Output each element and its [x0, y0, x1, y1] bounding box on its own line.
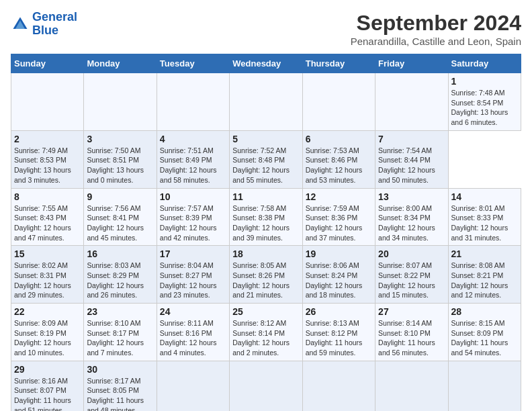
cell-details: Sunrise: 7:49 AMSunset: 8:53 PMDaylight:… — [14, 146, 71, 184]
day-number: 17 — [160, 248, 226, 259]
day-number: 9 — [87, 191, 153, 202]
calendar-cell: 10 Sunrise: 7:57 AMSunset: 8:39 PMDaylig… — [157, 188, 229, 246]
calendar-cell: 8 Sunrise: 7:55 AMSunset: 8:43 PMDayligh… — [11, 188, 84, 246]
logo-line2: Blue — [32, 24, 58, 37]
day-number: 24 — [160, 306, 226, 317]
calendar-cell: 17 Sunrise: 8:04 AMSunset: 8:27 PMDaylig… — [157, 246, 229, 304]
cell-details: Sunrise: 7:51 AMSunset: 8:49 PMDaylight:… — [160, 146, 217, 184]
calendar-cell: 22 Sunrise: 8:09 AMSunset: 8:19 PMDaylig… — [11, 304, 84, 361]
calendar-week-row: 2 Sunrise: 7:49 AMSunset: 8:53 PMDayligh… — [11, 130, 521, 188]
cell-details: Sunrise: 8:14 AMSunset: 8:10 PMDaylight:… — [378, 319, 435, 357]
cell-details: Sunrise: 8:08 AMSunset: 8:21 PMDaylight:… — [451, 261, 508, 299]
calendar-cell: 16 Sunrise: 8:03 AMSunset: 8:29 PMDaylig… — [84, 246, 157, 304]
calendar-cell: 12 Sunrise: 7:59 AMSunset: 8:36 PMDaylig… — [302, 188, 375, 246]
page-header: General Blue September 2024 Penarandilla… — [11, 11, 521, 47]
calendar-cell — [157, 361, 229, 411]
cell-details: Sunrise: 8:03 AMSunset: 8:29 PMDaylight:… — [87, 261, 144, 299]
day-number: 5 — [232, 134, 299, 144]
calendar-cell: 9 Sunrise: 7:56 AMSunset: 8:41 PMDayligh… — [84, 188, 157, 246]
header-monday: Monday — [84, 54, 157, 73]
cell-details: Sunrise: 8:05 AMSunset: 8:26 PMDaylight:… — [232, 261, 290, 299]
day-number: 30 — [87, 364, 153, 375]
day-number: 28 — [451, 306, 518, 317]
calendar-cell: 20 Sunrise: 8:07 AMSunset: 8:22 PMDaylig… — [375, 246, 448, 304]
calendar-cell: 21 Sunrise: 8:08 AMSunset: 8:21 PMDaylig… — [448, 246, 521, 304]
calendar-cell: 3 Sunrise: 7:50 AMSunset: 8:51 PMDayligh… — [84, 130, 157, 188]
calendar-week-row: 22 Sunrise: 8:09 AMSunset: 8:19 PMDaylig… — [11, 304, 521, 361]
calendar-cell: 11 Sunrise: 7:58 AMSunset: 8:38 PMDaylig… — [230, 188, 302, 246]
cell-details: Sunrise: 7:54 AMSunset: 8:44 PMDaylight:… — [378, 146, 435, 184]
calendar-cell: 23 Sunrise: 8:10 AMSunset: 8:17 PMDaylig… — [84, 304, 157, 361]
header-wednesday: Wednesday — [230, 54, 302, 73]
day-number: 19 — [306, 248, 372, 259]
calendar-cell: 15 Sunrise: 8:02 AMSunset: 8:31 PMDaylig… — [11, 246, 84, 304]
day-number: 11 — [232, 191, 299, 202]
day-number: 1 — [451, 76, 518, 87]
day-number: 25 — [232, 306, 299, 317]
cell-details: Sunrise: 8:12 AMSunset: 8:14 PMDaylight:… — [232, 319, 290, 357]
logo-icon — [11, 15, 30, 34]
day-number: 8 — [14, 191, 81, 202]
main-title: September 2024 — [351, 11, 521, 36]
header-saturday: Saturday — [448, 54, 521, 73]
cell-details: Sunrise: 8:07 AMSunset: 8:22 PMDaylight:… — [378, 261, 435, 299]
title-area: September 2024 Penarandilla, Castille an… — [351, 11, 521, 47]
day-number: 6 — [306, 134, 372, 144]
day-number: 10 — [160, 191, 226, 202]
day-number: 18 — [232, 248, 299, 259]
cell-details: Sunrise: 7:52 AMSunset: 8:48 PMDaylight:… — [232, 146, 290, 184]
cell-details: Sunrise: 7:53 AMSunset: 8:46 PMDaylight:… — [306, 146, 363, 184]
logo: General Blue — [11, 11, 77, 38]
day-number: 2 — [14, 134, 81, 144]
cell-details: Sunrise: 8:04 AMSunset: 8:27 PMDaylight:… — [160, 261, 217, 299]
cell-details: Sunrise: 7:57 AMSunset: 8:39 PMDaylight:… — [160, 204, 217, 242]
calendar-cell — [448, 361, 521, 411]
calendar-week-row: 8 Sunrise: 7:55 AMSunset: 8:43 PMDayligh… — [11, 188, 521, 246]
header-tuesday: Tuesday — [157, 54, 229, 73]
cell-details: Sunrise: 8:17 AMSunset: 8:05 PMDaylight:… — [87, 377, 144, 411]
cell-details: Sunrise: 8:06 AMSunset: 8:24 PMDaylight:… — [306, 261, 363, 299]
calendar-week-row: 15 Sunrise: 8:02 AMSunset: 8:31 PMDaylig… — [11, 246, 521, 304]
day-number: 23 — [87, 306, 153, 317]
day-number: 29 — [14, 364, 81, 375]
day-number: 20 — [378, 248, 445, 259]
header-thursday: Thursday — [302, 54, 375, 73]
cell-details: Sunrise: 8:10 AMSunset: 8:17 PMDaylight:… — [87, 319, 144, 357]
calendar-cell: 27 Sunrise: 8:14 AMSunset: 8:10 PMDaylig… — [375, 304, 448, 361]
calendar-cell: 6 Sunrise: 7:53 AMSunset: 8:46 PMDayligh… — [302, 130, 375, 188]
calendar-cell: 5 Sunrise: 7:52 AMSunset: 8:48 PMDayligh… — [230, 130, 302, 188]
calendar-cell — [230, 73, 302, 131]
calendar-cell — [11, 73, 84, 131]
cell-details: Sunrise: 8:15 AMSunset: 8:09 PMDaylight:… — [451, 319, 508, 357]
header-sunday: Sunday — [11, 54, 84, 73]
day-number: 15 — [14, 248, 81, 259]
day-number: 21 — [451, 248, 518, 259]
calendar-cell: 2 Sunrise: 7:49 AMSunset: 8:53 PMDayligh… — [11, 130, 84, 188]
day-number: 22 — [14, 306, 81, 317]
cell-details: Sunrise: 7:56 AMSunset: 8:41 PMDaylight:… — [87, 204, 144, 242]
cell-details: Sunrise: 8:16 AMSunset: 8:07 PMDaylight:… — [14, 377, 71, 411]
calendar-header-row: SundayMondayTuesdayWednesdayThursdayFrid… — [11, 54, 521, 73]
calendar-cell: 4 Sunrise: 7:51 AMSunset: 8:49 PMDayligh… — [157, 130, 229, 188]
day-number: 4 — [160, 134, 226, 144]
calendar-cell — [302, 73, 375, 131]
cell-details: Sunrise: 7:58 AMSunset: 8:38 PMDaylight:… — [232, 204, 290, 242]
logo-text: General Blue — [32, 11, 77, 38]
calendar-cell: 29 Sunrise: 8:16 AMSunset: 8:07 PMDaylig… — [11, 361, 84, 411]
calendar-week-row: 29 Sunrise: 8:16 AMSunset: 8:07 PMDaylig… — [11, 361, 521, 411]
calendar-cell — [302, 361, 375, 411]
calendar-cell: 30 Sunrise: 8:17 AMSunset: 8:05 PMDaylig… — [84, 361, 157, 411]
calendar-cell — [157, 73, 229, 131]
subtitle: Penarandilla, Castille and Leon, Spain — [351, 36, 521, 47]
day-number: 7 — [378, 134, 445, 144]
calendar-cell: 25 Sunrise: 8:12 AMSunset: 8:14 PMDaylig… — [230, 304, 302, 361]
calendar-cell — [84, 73, 157, 131]
cell-details: Sunrise: 8:13 AMSunset: 8:12 PMDaylight:… — [306, 319, 363, 357]
calendar-table: SundayMondayTuesdayWednesdayThursdayFrid… — [11, 54, 521, 411]
calendar-cell: 1 Sunrise: 7:48 AMSunset: 8:54 PMDayligh… — [448, 73, 521, 131]
cell-details: Sunrise: 7:50 AMSunset: 8:51 PMDaylight:… — [87, 146, 144, 184]
day-number: 12 — [306, 191, 372, 202]
cell-details: Sunrise: 7:48 AMSunset: 8:54 PMDaylight:… — [451, 89, 508, 126]
calendar-cell: 7 Sunrise: 7:54 AMSunset: 8:44 PMDayligh… — [375, 130, 448, 188]
calendar-cell: 24 Sunrise: 8:11 AMSunset: 8:16 PMDaylig… — [157, 304, 229, 361]
